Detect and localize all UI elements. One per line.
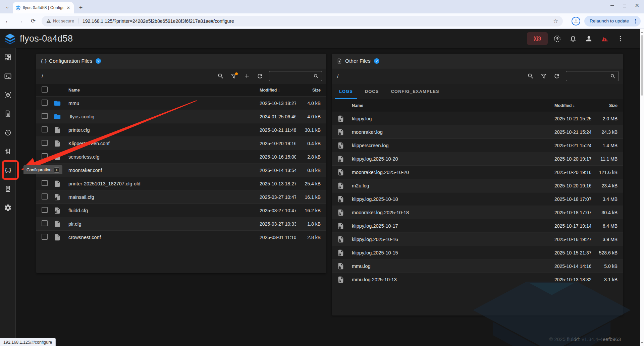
table-row[interactable]: moonraker.conf2025-10-14 13:540.8 kB	[36, 164, 326, 177]
help-icon[interactable]: ?	[96, 58, 101, 64]
table-row[interactable]: klipperscreen.log2025-10-21 15:241.4 MB	[332, 139, 623, 152]
current-path[interactable]: /	[42, 73, 212, 79]
table-row[interactable]: mainsail.cfg2025-03-27 10:4716.1 kB	[36, 190, 326, 204]
sidebar-item-dashboard[interactable]	[0, 48, 16, 67]
table-row[interactable]: mmu.log2025-10-14 14:165.0 kB	[332, 260, 623, 273]
relaunch-update-button[interactable]: Relaunch to update	[584, 16, 641, 26]
filter-icon[interactable]	[540, 72, 548, 80]
row-checkbox[interactable]	[42, 153, 48, 159]
browser-menu-icon[interactable]	[632, 19, 639, 23]
bookmark-star-icon[interactable]: ☆	[553, 18, 558, 24]
tab-close-icon[interactable]: ✕	[66, 5, 71, 10]
file-lock-icon	[337, 249, 344, 256]
filter-icon[interactable]	[230, 72, 238, 80]
table-row[interactable]: .flyos-config2024-01-25 06:464.0 kB	[36, 110, 326, 123]
column-size[interactable]: Size	[591, 103, 618, 108]
sidebar-item-history[interactable]	[0, 123, 16, 142]
sidebar-item-tune[interactable]	[0, 142, 16, 161]
table-row[interactable]: mmu.log.2025-10-132025-10-13 18:323.1 kB	[332, 273, 623, 286]
window-maximize-icon[interactable]	[623, 4, 626, 7]
tab-config-examples[interactable]: CONFIG_EXAMPLES	[385, 84, 445, 99]
file-modified: 2025-10-16 19:27	[554, 237, 591, 242]
browser-tab[interactable]: flyos-0a4d58 | Configuration ✕	[13, 2, 74, 13]
new-tab-button[interactable]: +	[76, 3, 85, 12]
window-minimize-icon[interactable]	[610, 5, 614, 6]
update-available-icon[interactable]	[551, 32, 564, 45]
column-name[interactable]: Name	[352, 103, 554, 108]
row-checkbox[interactable]	[42, 220, 48, 226]
row-checkbox[interactable]	[42, 193, 48, 199]
row-checkbox[interactable]	[42, 207, 48, 213]
table-row[interactable]: moonraker.log.2025-10-202025-10-20 19:16…	[332, 166, 623, 179]
reload-button[interactable]: ⟳	[28, 16, 38, 26]
file-lock-icon	[337, 236, 344, 243]
search-input[interactable]	[569, 73, 608, 79]
tab-docs[interactable]: DOCS	[359, 84, 385, 99]
scroll-up-icon[interactable]	[641, 31, 643, 33]
scrollbar-thumb[interactable]	[641, 35, 643, 96]
row-checkbox[interactable]	[42, 126, 48, 132]
sidebar-item-jobs[interactable]	[0, 104, 16, 123]
sidebar-item-settings[interactable]	[0, 198, 16, 217]
window-menu-chevron-icon[interactable]: ⌄	[3, 2, 12, 11]
overflow-menu-icon[interactable]	[614, 32, 627, 45]
column-modified[interactable]: Modified↓	[554, 103, 591, 108]
table-row[interactable]: moonraker.log2025-10-21 15:2424.3 kB	[332, 125, 623, 139]
page-scrollbar[interactable]	[640, 29, 644, 346]
file-size: 3.9 MB	[591, 237, 618, 242]
table-row[interactable]: klippy.log.2025-10-172025-10-17 19:146.4…	[332, 219, 623, 233]
help-icon[interactable]: ?	[374, 58, 379, 64]
table-row[interactable]: sensorless.cfg2025-10-16 15:002.8 kB	[36, 150, 326, 164]
table-row[interactable]: printer-20251013_182707.cfg-old2025-10-1…	[36, 177, 326, 190]
emergency-stop-button[interactable]	[527, 32, 548, 45]
row-checkbox[interactable]	[42, 180, 48, 186]
notifications-bell-icon[interactable]	[567, 32, 579, 45]
table-row[interactable]: mmu2025-10-13 18:274.0 kB	[36, 97, 326, 110]
select-all-checkbox[interactable]	[42, 86, 48, 93]
table-row[interactable]: KlipperScreen.conf2025-10-20 19:160.4 kB	[36, 137, 326, 150]
current-path[interactable]: /	[337, 73, 522, 79]
forward-button[interactable]: →	[15, 16, 25, 26]
table-row[interactable]: printer.cfg2025-10-21 11:4830.1 kB	[36, 123, 326, 137]
vendor-logo-icon[interactable]	[598, 32, 611, 45]
row-checkbox[interactable]	[42, 140, 48, 146]
column-modified[interactable]: Modified↓	[260, 88, 296, 93]
address-bar[interactable]: Not secure 192.168.1.125/?printer=24282e…	[42, 16, 563, 26]
table-row[interactable]: crowsnest.conf2025-03-01 11:102.8 kB	[36, 231, 326, 244]
back-button[interactable]: ←	[3, 16, 13, 26]
refresh-icon[interactable]	[553, 72, 561, 80]
table-row[interactable]: klippy.log.2025-10-162025-10-16 19:273.9…	[332, 233, 623, 246]
file-search-field[interactable]	[566, 71, 619, 81]
refresh-icon[interactable]	[256, 72, 264, 80]
security-chip[interactable]: Not secure	[46, 18, 78, 23]
table-row[interactable]: klippy.log.2025-10-152025-10-15 21:37528…	[332, 246, 623, 260]
table-row[interactable]: fluidd.cfg2025-03-27 10:4716.2 kB	[36, 204, 326, 217]
tab-logs[interactable]: LOGS	[333, 84, 359, 99]
search-icon[interactable]	[527, 72, 535, 80]
file-modified: 2025-10-18 17:07	[554, 196, 591, 202]
file-size: 25.4 kB	[296, 181, 321, 186]
table-row[interactable]: m2u.log2025-10-20 19:1623.4 kB	[332, 179, 623, 192]
table-row[interactable]: klippy.log.2025-10-202025-10-20 19:1711.…	[332, 152, 623, 166]
search-input[interactable]	[272, 73, 311, 79]
row-checkbox[interactable]	[42, 100, 48, 106]
sidebar-item-system[interactable]	[0, 179, 16, 198]
code-braces-icon: {...}	[41, 58, 46, 63]
table-row[interactable]: klippy.log.2025-10-182025-10-18 17:073.4…	[332, 192, 623, 206]
sidebar-item-console[interactable]	[0, 67, 16, 85]
user-account-icon[interactable]	[582, 32, 595, 45]
profile-avatar[interactable]	[572, 17, 580, 25]
table-row[interactable]: moonraker.log.2025-10-182025-10-18 17:07…	[332, 206, 623, 219]
row-checkbox[interactable]	[42, 234, 48, 240]
column-size[interactable]: Size	[296, 88, 321, 93]
table-row[interactable]: plr.cfg2025-03-27 10:331.8 kB	[36, 217, 326, 231]
file-search-field[interactable]	[269, 71, 322, 81]
search-icon[interactable]	[217, 72, 225, 80]
row-checkbox[interactable]	[42, 113, 48, 119]
add-file-icon[interactable]	[243, 72, 251, 80]
scroll-down-icon[interactable]	[641, 342, 643, 344]
window-close-icon[interactable]: ✕	[635, 4, 639, 7]
table-row[interactable]: klippy.log2025-10-21 15:252.0 MB	[332, 112, 623, 125]
column-name[interactable]: Name	[68, 88, 260, 93]
sidebar-item-gcode-preview[interactable]	[0, 85, 16, 104]
